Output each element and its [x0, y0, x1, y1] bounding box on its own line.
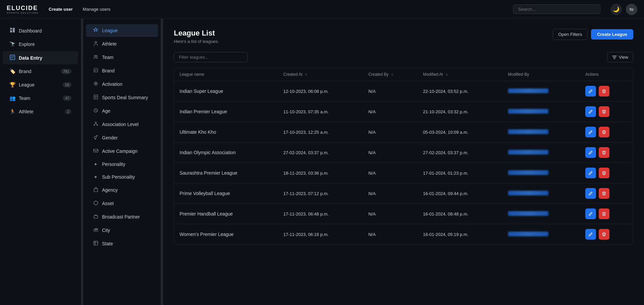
mid-sports-deal-icon: [93, 95, 99, 101]
mid-item-brand[interactable]: Brand: [86, 64, 158, 77]
mid-item-age[interactable]: Age: [86, 105, 158, 117]
cell-created-at-2: 17-10-2023, 12:25 a.m.: [278, 122, 363, 142]
delete-button-0[interactable]: [599, 86, 609, 97]
mid-item-city[interactable]: City: [86, 224, 158, 237]
sidebar-item-brand[interactable]: 🏷️ Brand 781: [3, 65, 78, 78]
filter-input[interactable]: [174, 52, 248, 62]
cell-actions-4: [580, 163, 633, 183]
nav-create-user[interactable]: Create user: [49, 7, 73, 12]
mid-item-sports-deal[interactable]: Sports Deal Summary: [86, 91, 158, 104]
table-body: Indian Super League 12-10-2023, 06:08 p.…: [174, 81, 633, 245]
edit-button-6[interactable]: [585, 208, 596, 219]
mid-athlete-icon: [93, 41, 99, 47]
svg-point-6: [96, 55, 97, 57]
mid-item-personality[interactable]: ✦ Personality: [86, 158, 158, 170]
sort-modified-at[interactable]: ⇅: [445, 73, 448, 76]
sidebar-item-explore[interactable]: 🔭 Explore: [3, 38, 78, 51]
mid-label-team: Team: [102, 55, 113, 60]
nav-manage-users[interactable]: Manage users: [83, 7, 110, 12]
sidebar-item-team[interactable]: 👥 Team 47: [3, 92, 78, 105]
mid-item-active-campaign[interactable]: Active Campaign: [86, 145, 158, 158]
mid-brand-icon: [93, 68, 99, 74]
cell-modified-at-2: 05-03-2024, 10:09 a.m.: [417, 122, 502, 142]
cell-actions-0: [580, 81, 633, 102]
cell-created-by-4: N/A: [363, 163, 418, 183]
cell-modified-by-3: [503, 142, 580, 163]
cell-actions-7: [580, 224, 633, 245]
mid-label-agency: Agency: [102, 187, 118, 193]
edit-button-1[interactable]: [585, 106, 596, 117]
mid-city-icon: [93, 227, 99, 233]
mid-item-activation[interactable]: Activation: [86, 78, 158, 90]
mid-item-gender[interactable]: Gender: [86, 131, 158, 144]
sidebar-item-dashboard[interactable]: Dashboard: [3, 24, 78, 37]
sidebar-label-brand: Brand: [19, 69, 31, 74]
edit-button-7[interactable]: [585, 229, 596, 240]
mid-label-gender: Gender: [102, 135, 118, 140]
svg-point-14: [94, 136, 96, 138]
mid-item-team[interactable]: Team: [86, 51, 158, 64]
mid-item-agency[interactable]: Agency: [86, 184, 158, 196]
mid-label-sub-personality: Sub Personality: [102, 174, 135, 180]
cell-modified-by-0: [503, 81, 580, 102]
modified-by-blurred-3: [508, 150, 548, 155]
mid-label-personality: Personality: [102, 162, 125, 167]
view-button[interactable]: View: [607, 52, 633, 62]
mid-gender-icon: [93, 135, 99, 141]
theme-toggle-button[interactable]: 🌙: [610, 4, 622, 15]
mid-item-league[interactable]: League: [86, 24, 158, 37]
delete-button-1[interactable]: [599, 106, 609, 117]
edit-button-4[interactable]: [585, 168, 596, 178]
mid-item-sub-personality[interactable]: ✦ Sub Personality: [86, 171, 158, 183]
delete-button-7[interactable]: [599, 229, 609, 240]
sidebar-item-athlete[interactable]: 🏃 Athlete 2: [3, 105, 78, 118]
cell-league-name-1: Indian Premier League: [174, 102, 278, 122]
mid-item-asset[interactable]: Asset: [86, 197, 158, 210]
sidebar-item-league[interactable]: 🏆 League 18: [3, 78, 78, 91]
create-league-button[interactable]: Create League: [591, 29, 633, 40]
delete-button-2[interactable]: [599, 127, 609, 137]
logo-text: ELUCIDE: [7, 5, 38, 12]
table-row: Prime Volleyball League 17-11-2023, 07:1…: [174, 183, 633, 204]
mid-item-broadcast[interactable]: Broadcast Partner: [86, 210, 158, 223]
svg-rect-17: [94, 216, 98, 218]
mid-label-athlete: Athlete: [102, 41, 117, 47]
mid-broadcast-icon: [93, 214, 99, 220]
svg-rect-18: [94, 241, 98, 245]
delete-button-5[interactable]: [599, 188, 609, 199]
mid-label-state: State: [102, 241, 113, 246]
mid-label-age: Age: [102, 108, 110, 114]
open-filters-button[interactable]: Open Filters: [553, 29, 588, 40]
sidebar-left: Dashboard 🔭 Explore Data Entry 🏷️ Brand …: [0, 19, 81, 305]
mid-assoc-icon: [93, 121, 99, 127]
page-title: League List: [174, 29, 219, 38]
mid-team-icon: [93, 54, 99, 60]
avatar[interactable]: tu: [626, 4, 637, 15]
edit-button-2[interactable]: [585, 127, 596, 137]
table-row: Saurashtra Premier League 18-11-2023, 03…: [174, 163, 633, 183]
cell-league-name-2: Ultimate Kho Kho: [174, 122, 278, 142]
cell-league-name-6: Premier Handball League: [174, 204, 278, 224]
edit-button-3[interactable]: [585, 147, 596, 158]
data-entry-icon: [9, 55, 15, 61]
mid-item-association-level[interactable]: Association Level: [86, 118, 158, 131]
edit-button-0[interactable]: [585, 86, 596, 97]
edit-button-5[interactable]: [585, 188, 596, 199]
mid-agency-icon: [93, 187, 99, 193]
logo: ELUCIDE SPORTS SOLUTIONS: [7, 5, 39, 14]
sort-created-by[interactable]: ⇅: [391, 73, 394, 76]
delete-button-6[interactable]: [599, 208, 609, 219]
cell-created-at-7: 17-11-2023, 06:18 p.m.: [278, 224, 363, 245]
sidebar-item-data-entry[interactable]: Data Entry: [3, 51, 78, 64]
page-subtitle: Here's a list of leagues.: [174, 39, 219, 44]
mid-asset-icon: [93, 200, 99, 206]
cell-modified-by-4: [503, 163, 580, 183]
table-row: Women's Premier League 17-11-2023, 06:18…: [174, 224, 633, 245]
mid-item-state[interactable]: State: [86, 237, 158, 250]
cell-modified-at-0: 22-10-2024, 03:52 p.m.: [417, 81, 502, 102]
sort-created-at[interactable]: ⇅: [305, 73, 307, 76]
delete-button-4[interactable]: [599, 168, 609, 178]
search-input[interactable]: [513, 4, 600, 14]
mid-item-athlete[interactable]: Athlete: [86, 38, 158, 50]
delete-button-3[interactable]: [599, 147, 609, 158]
